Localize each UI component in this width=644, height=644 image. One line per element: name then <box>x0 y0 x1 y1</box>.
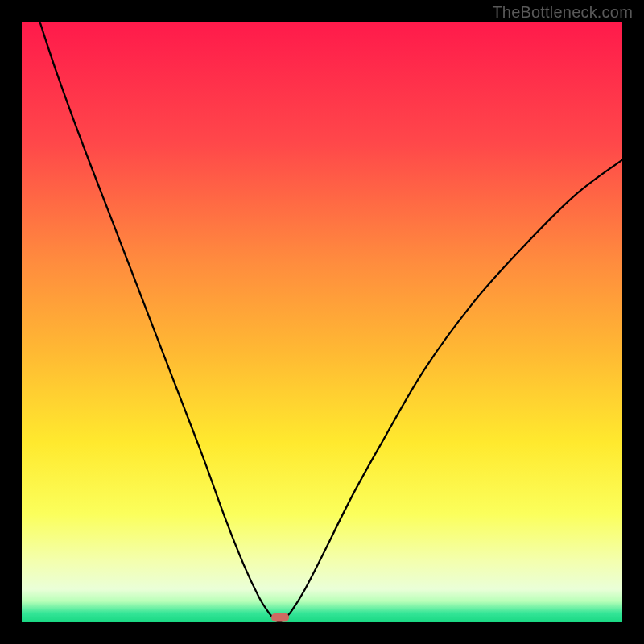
chart-svg <box>22 22 622 622</box>
watermark-text: TheBottleneck.com <box>492 3 633 22</box>
chart-plot-area <box>22 22 622 622</box>
chart-background-gradient <box>22 22 622 622</box>
optimal-point-marker <box>271 613 289 622</box>
